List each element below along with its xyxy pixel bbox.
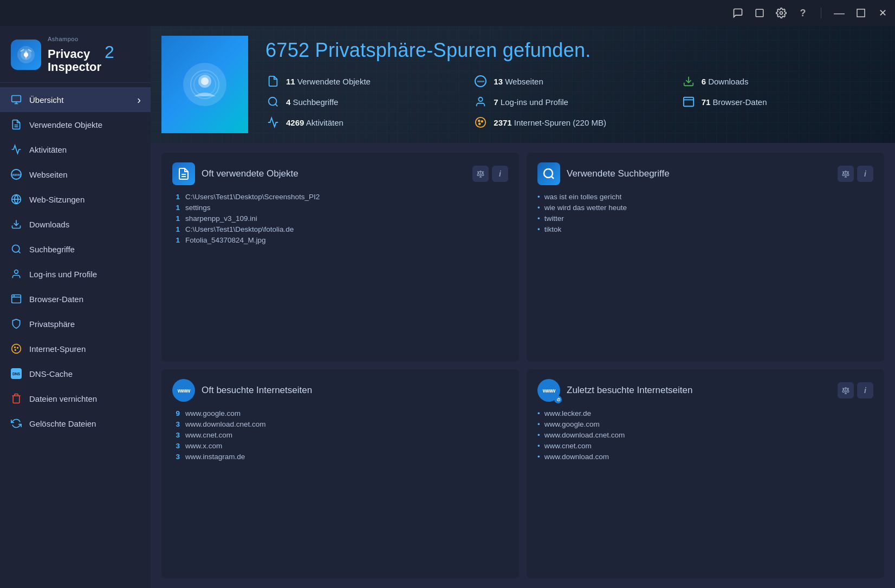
nav-label-internet-spuren: Internet-Spuren [29, 344, 86, 354]
list-num: 3 [172, 453, 180, 461]
nav-label-suchbegriffe: Suchbegriffe [29, 245, 75, 254]
hero-title: 6752 Privatsphäre-Spuren gefunden. [265, 39, 878, 62]
list-text: www.download.cnet.com [185, 420, 266, 428]
stat-text-logins: 7 Log-ins und Profile [494, 97, 568, 107]
sidebar: Ashampoo PrivacyInspector 2 Übersicht [0, 26, 151, 588]
svg-rect-0 [756, 9, 763, 17]
shield-icon [10, 317, 23, 330]
sidebar-item-browser-daten[interactable]: Browser-Daten [0, 286, 151, 311]
sidebar-item-web-sitzungen[interactable]: Web-Sitzungen [0, 187, 151, 212]
svg-point-35 [478, 120, 480, 122]
card-icon-search [537, 162, 560, 185]
list-text: settings [185, 204, 211, 212]
app-logo-icon [11, 40, 41, 70]
sidebar-logo: Ashampoo PrivacyInspector 2 [0, 26, 151, 83]
list-num: 1 [172, 204, 180, 212]
stat-text-webseiten: 13 Webseiten [494, 77, 543, 86]
stat-logins: 7 Log-ins und Profile [473, 94, 670, 109]
svg-point-34 [476, 117, 485, 127]
list-item: www.download.cnet.com [537, 431, 873, 439]
nav-label-privatsphare: Privatsphäre [29, 319, 75, 329]
sidebar-item-webseiten[interactable]: www Webseiten [0, 162, 151, 187]
minimize-button[interactable]: — [833, 7, 845, 19]
sidebar-item-dns-cache[interactable]: DNS DNS-Cache [0, 361, 151, 386]
list-text: www.google.com [185, 409, 241, 417]
svg-point-36 [482, 121, 483, 122]
close-button[interactable]: ✕ [877, 7, 888, 19]
settings-icon[interactable] [775, 7, 787, 19]
titlebar-controls: ? — ✕ [732, 7, 888, 19]
nav-label-web-sitzungen: Web-Sitzungen [29, 195, 85, 204]
recycle-icon [10, 417, 23, 430]
sidebar-item-dateien-vernichten[interactable]: Dateien vernichten [0, 386, 151, 411]
nav-label-webseiten: Webseiten [29, 170, 68, 179]
stat-webseiten: www 13 Webseiten [473, 74, 670, 89]
maximize-button[interactable] [855, 7, 867, 19]
titlebar: ? — ✕ [0, 0, 895, 26]
logo-version: 2 [105, 42, 114, 62]
logo-title: PrivacyInspector [48, 48, 101, 74]
card-actions-oft-verwendete: i [472, 166, 508, 182]
list-item: 1 settings [172, 204, 508, 212]
sidebar-item-verwendete-objekte[interactable]: Verwendete Objekte [0, 112, 151, 137]
stat-text-verwendete-objekte: 11 Verwendete Objekte [286, 77, 371, 86]
stat-aktivitaten: 4269 Aktivitäten [265, 115, 462, 130]
sidebar-item-downloads[interactable]: Downloads [0, 212, 151, 237]
stat-downloads: 6 Downloads [681, 74, 878, 89]
stat-search-icon [265, 94, 281, 109]
cookie-icon [10, 342, 23, 355]
window-icon[interactable] [754, 7, 766, 19]
card-list-suchbegriffe: was ist ein tolles gericht wie wird das … [537, 193, 873, 233]
nav-label-aktivitaten: Aktivitäten [29, 145, 67, 154]
list-item: 3 www.x.com [172, 442, 508, 450]
clean-button-zuletzt-besuchte[interactable] [838, 382, 854, 398]
stat-cookie-icon [473, 115, 488, 130]
svg-point-22 [17, 348, 18, 349]
sidebar-item-internet-spuren[interactable]: Internet-Spuren [0, 336, 151, 361]
svg-point-31 [479, 97, 483, 101]
dns-icon: DNS [10, 367, 23, 380]
sidebar-item-privatsphare[interactable]: Privatsphäre [0, 311, 151, 336]
cards-area: Oft verwendete Objekte i 1 C:\Users\Test [151, 143, 895, 588]
nav-label-dateien-vernichten: Dateien vernichten [29, 394, 97, 403]
list-num: 9 [172, 409, 180, 417]
sidebar-item-logins[interactable]: Log-ins und Profile [0, 262, 151, 286]
list-num: 1 [172, 193, 180, 201]
help-icon[interactable]: ? [797, 7, 809, 19]
user-icon [10, 267, 23, 280]
sidebar-item-ubersicht[interactable]: Übersicht [0, 87, 151, 112]
list-num: 1 [172, 236, 180, 244]
card-icon-document [172, 162, 195, 185]
info-button-oft-verwendete[interactable]: i [492, 166, 508, 182]
sidebar-item-suchbegriffe[interactable]: Suchbegriffe [0, 237, 151, 262]
chat-icon[interactable] [732, 7, 744, 19]
svg-point-21 [15, 347, 16, 348]
list-item: 1 C:\Users\Test1\Desktop\fotolia.de [172, 225, 508, 233]
card-icon-www-oft: www [172, 379, 195, 402]
sidebar-item-aktivitaten[interactable]: Aktivitäten [0, 137, 151, 162]
list-item: twitter [537, 214, 873, 223]
nav-label-geloschte-dateien: Gelöschte Dateien [29, 419, 96, 428]
card-oft-verwendete-objekte: Oft verwendete Objekte i 1 C:\Users\Test [161, 153, 519, 362]
clean-button-suchbegriffe[interactable] [838, 166, 854, 182]
info-button-suchbegriffe[interactable]: i [857, 166, 873, 182]
hero-stats: 11 Verwendete Objekte www 13 Webseiten [265, 74, 878, 130]
stat-file-icon [265, 74, 281, 89]
svg-point-40 [544, 169, 553, 178]
svg-point-37 [479, 123, 481, 125]
card-header-oft-verwendete: Oft verwendete Objekte i [172, 162, 508, 185]
clean-button-oft-verwendete[interactable] [472, 166, 489, 182]
sidebar-navigation: Übersicht Verwendete Objekte Aktivit [0, 83, 151, 588]
list-text: www.cnet.com [185, 431, 232, 439]
nav-label-logins: Log-ins und Profile [29, 270, 97, 279]
shred-icon [10, 392, 23, 405]
list-item: was ist ein tolles gericht [537, 193, 873, 201]
stat-www-icon: www [473, 74, 488, 89]
svg-point-23 [15, 350, 16, 351]
info-button-zuletzt-besuchte[interactable]: i [857, 382, 873, 398]
sidebar-item-geloschte-dateien[interactable]: Gelöschte Dateien [0, 411, 151, 436]
list-num: 3 [172, 431, 180, 439]
main-content: 6752 Privatsphäre-Spuren gefunden. 11 Ve… [151, 26, 895, 588]
svg-rect-17 [12, 295, 21, 303]
stat-text-suchbegriffe: 4 Suchbegriffe [286, 97, 338, 107]
